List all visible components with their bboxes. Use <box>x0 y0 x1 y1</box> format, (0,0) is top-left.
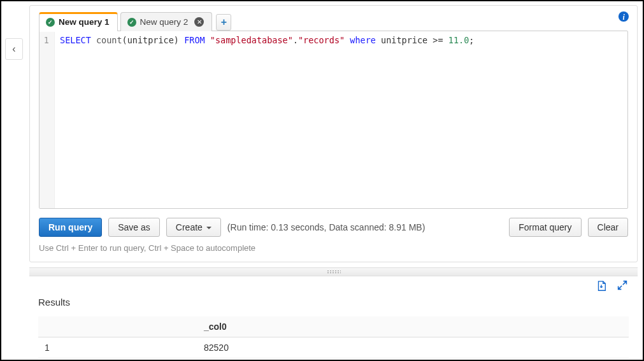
check-icon: ✓ <box>127 18 136 27</box>
editor-gutter: 1 <box>39 31 55 208</box>
info-icon[interactable]: i <box>618 11 629 22</box>
format-query-button[interactable]: Format query <box>509 218 581 237</box>
expand-results-icon[interactable] <box>617 280 627 292</box>
query-panel: i ✓ New query 1 ✓ New query 2 ✕ + 1 SELE… <box>29 5 638 262</box>
column-header-col0[interactable]: _col0 <box>197 316 629 337</box>
plus-icon: + <box>221 17 227 28</box>
panel-resize-handle[interactable] <box>29 267 638 276</box>
clear-button[interactable]: Clear <box>588 218 628 237</box>
save-as-button[interactable]: Save as <box>108 218 160 237</box>
results-title: Results <box>38 297 70 308</box>
chevron-left-icon: ‹ <box>12 43 15 55</box>
check-icon: ✓ <box>46 18 55 27</box>
line-number: 1 <box>43 35 49 45</box>
query-tabs: ✓ New query 1 ✓ New query 2 ✕ + <box>39 12 628 31</box>
tab-label: New query 1 <box>59 17 110 27</box>
run-query-button[interactable]: Run query <box>39 218 102 237</box>
download-results-icon[interactable] <box>596 280 607 292</box>
tab-query-1[interactable]: ✓ New query 1 <box>39 12 118 31</box>
create-menu-button[interactable]: Create <box>166 218 221 237</box>
close-icon[interactable]: ✕ <box>194 17 204 27</box>
keyboard-hint: Use Ctrl + Enter to run query, Ctrl + Sp… <box>39 243 628 253</box>
results-table: _col0 1 82520 <box>38 316 629 358</box>
sql-editor[interactable]: 1 SELECT count(unitprice) FROM "sampleda… <box>39 31 628 209</box>
tab-label: New query 2 <box>140 17 189 27</box>
run-info-text: (Run time: 0.13 seconds, Data scanned: 8… <box>227 222 426 232</box>
table-header-row: _col0 <box>38 316 629 337</box>
results-panel: Results _col0 1 82520 <box>29 276 638 358</box>
editor-code[interactable]: SELECT count(unitprice) FROM "sampledata… <box>55 31 627 208</box>
cell-value: 82520 <box>197 337 629 358</box>
column-header-rownum[interactable] <box>38 316 197 337</box>
cell-rownum: 1 <box>38 337 197 358</box>
tab-query-2[interactable]: ✓ New query 2 ✕ <box>120 12 213 31</box>
add-tab-button[interactable]: + <box>216 14 231 31</box>
editor-toolbar: Run query Save as Create (Run time: 0.13… <box>39 218 628 237</box>
sidebar-collapse-button[interactable]: ‹ <box>5 38 23 60</box>
results-actions <box>596 280 627 292</box>
grip-icon <box>327 270 341 274</box>
table-row[interactable]: 1 82520 <box>38 337 629 358</box>
